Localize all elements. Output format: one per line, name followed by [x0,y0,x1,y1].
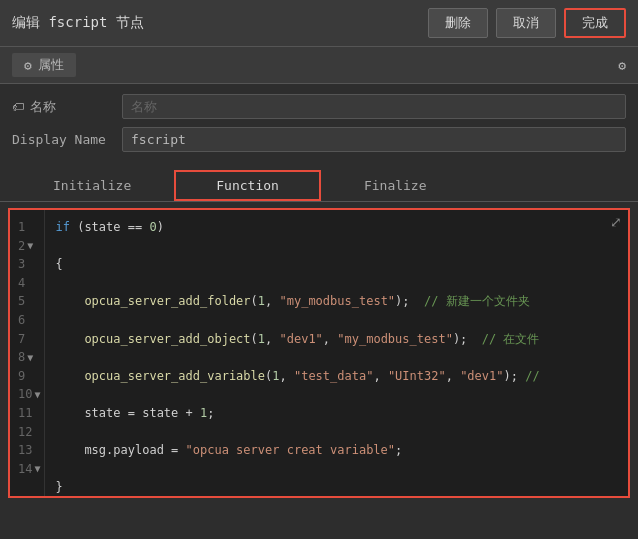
title-bar-actions: 删除 取消 完成 [428,8,626,38]
code-editor-wrapper: ⤢ 1 2 ▼ 3 4 5 6 7 8 ▼ 9 10 ▼ 11 12 13 14… [8,208,630,498]
display-name-input[interactable] [122,127,626,152]
gear-icon-right[interactable]: ⚙ [618,58,626,73]
expand-icon[interactable]: ⤢ [610,214,622,230]
properties-section: ⚙ 属性 [12,53,76,77]
properties-label-text: 属性 [38,56,64,74]
line-numbers: 1 2 ▼ 3 4 5 6 7 8 ▼ 9 10 ▼ 11 12 13 14 ▼ [10,210,45,496]
window-title: 编辑 fscript 节点 [12,14,144,32]
tab-function[interactable]: Function [174,170,321,201]
tag-icon: 🏷 [12,100,24,114]
code-content[interactable]: if (state == 0) { opcua_server_add_folde… [45,210,628,496]
form-section: 🏷 名称 Display Name [0,84,638,170]
display-name-label: Display Name [12,132,122,147]
tab-finalize[interactable]: Finalize [323,171,468,200]
gear-icon-left: ⚙ [24,58,32,73]
title-bar: 编辑 fscript 节点 删除 取消 完成 [0,0,638,47]
done-button[interactable]: 完成 [564,8,626,38]
name-input[interactable] [122,94,626,119]
tabs-row: Initialize Function Finalize [0,170,638,202]
name-label: 🏷 名称 [12,98,122,116]
tab-initialize[interactable]: Initialize [12,171,172,200]
display-name-row: Display Name [12,127,626,152]
cancel-button[interactable]: 取消 [496,8,556,38]
code-editor[interactable]: 1 2 ▼ 3 4 5 6 7 8 ▼ 9 10 ▼ 11 12 13 14 ▼… [10,210,628,496]
delete-button[interactable]: 删除 [428,8,488,38]
name-row: 🏷 名称 [12,94,626,119]
properties-bar: ⚙ 属性 ⚙ [0,47,638,84]
